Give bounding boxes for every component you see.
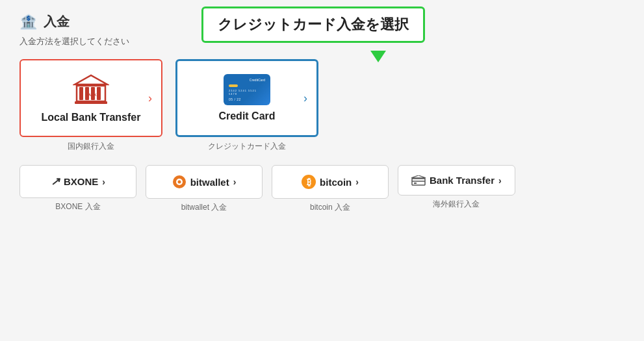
annotation-arrow (370, 51, 386, 62)
bitcoin-icon: ₿ (302, 175, 316, 189)
bitcoin-label: bitcoin (320, 177, 352, 188)
svg-point-10 (177, 181, 181, 184)
page-title: 入金 (44, 13, 70, 31)
credit-card-label: クレジットカード入金 (208, 141, 286, 152)
bank-transfer-sublabel: 海外銀行入金 (433, 199, 480, 210)
bitcoin-card[interactable]: ₿ bitcoin › (272, 165, 389, 199)
bitwallet-sublabel: bitwallet 入金 (181, 202, 227, 213)
bxone-label: BXONE (64, 176, 98, 187)
bitwallet-card[interactable]: bitwallet › (146, 165, 263, 199)
bank-transfer-wrapper: Bank Transfer › 海外銀行入金 (398, 165, 515, 213)
bitwallet-wrapper: bitwallet › bitwallet 入金 (146, 165, 263, 213)
bank-building-icon: BANK (73, 73, 109, 107)
bank-transfer-card[interactable]: Bank Transfer › (398, 165, 515, 196)
svg-rect-13 (414, 183, 417, 184)
svg-marker-14 (411, 175, 426, 178)
local-bank-wrapper: BANK Local Bank Transfer › 国内銀行入金 (19, 59, 162, 152)
top-cards-row: BANK Local Bank Transfer › 国内銀行入金 Credit… (19, 59, 625, 152)
cc-number-line: 2342 5241 5521 5478 (229, 89, 265, 95)
credit-card-chevron: › (303, 92, 307, 105)
bitwallet-chevron: › (233, 177, 237, 187)
bxone-chevron: › (102, 177, 105, 187)
cc-chip (229, 84, 238, 87)
svg-rect-1 (79, 87, 83, 100)
bottom-cards-row: ↗ BXONE › BXONE 入金 bitwallet › bitwallet… (19, 165, 625, 213)
local-bank-card[interactable]: BANK Local Bank Transfer › (19, 59, 162, 137)
bitcoin-wrapper: ₿ bitcoin › bitcoin 入金 (272, 165, 389, 213)
bitwallet-icon (172, 175, 187, 189)
bxone-wrapper: ↗ BXONE › BXONE 入金 (19, 165, 136, 213)
bxone-sublabel: BXONE 入金 (55, 201, 100, 212)
svg-rect-4 (97, 87, 101, 100)
local-bank-name: Local Bank Transfer (42, 112, 141, 123)
svg-text:BANK: BANK (85, 93, 97, 97)
bank-transfer-chevron: › (498, 175, 502, 186)
cc-validity-label: 05 / 22 (229, 97, 265, 101)
bitwallet-label: bitwallet (190, 177, 229, 188)
svg-marker-5 (75, 75, 107, 84)
bank-transfer-icon (411, 175, 426, 186)
bitcoin-sublabel: bitcoin 入金 (310, 202, 350, 213)
local-bank-label: 国内銀行入金 (68, 141, 114, 152)
bxone-arrow-icon: ↗ (51, 175, 60, 188)
bitcoin-chevron: › (355, 177, 359, 187)
credit-card-card[interactable]: CreditCard 2342 5241 5521 5478 05 / 22 C… (175, 59, 318, 137)
credit-card-wrapper: CreditCard 2342 5241 5521 5478 05 / 22 C… (175, 59, 318, 152)
annotation-bubble: クレジットカード入金を選択 (201, 6, 425, 43)
bank-transfer-label: Bank Transfer (430, 175, 495, 186)
svg-rect-6 (75, 101, 107, 104)
cc-top-label: CreditCard (229, 78, 265, 82)
bxone-card[interactable]: ↗ BXONE › (19, 165, 136, 198)
page-container: クレジットカード入金を選択 🏦 入金 入金方法を選択してください BANK (0, 0, 644, 341)
credit-card-name: Credit Card (218, 110, 275, 122)
credit-card-image: CreditCard 2342 5241 5521 5478 05 / 22 (224, 74, 270, 105)
deposit-icon: 🏦 (19, 14, 37, 31)
svg-rect-11 (412, 179, 425, 185)
local-bank-chevron: › (148, 92, 152, 105)
